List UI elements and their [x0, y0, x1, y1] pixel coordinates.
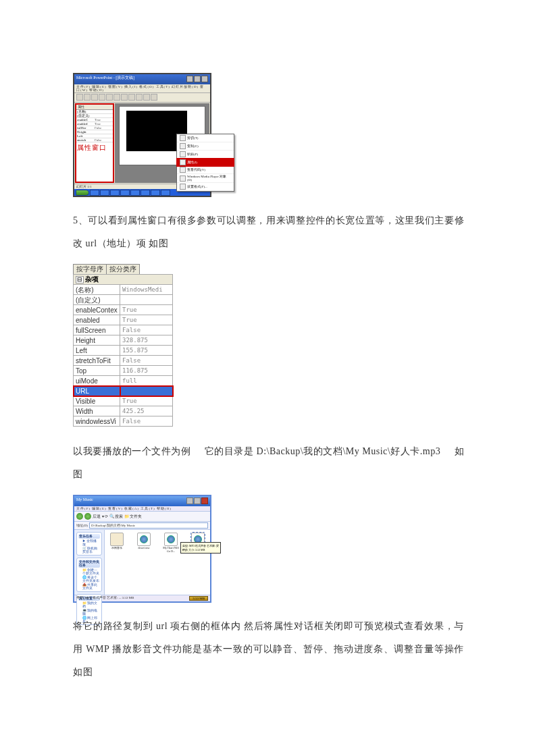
- properties-header: 属性: [76, 105, 113, 110]
- ide-canvas-area: 剪切(T)复制(C)粘贴(P)属性(I)查看代码(V)Windows Media…: [115, 103, 209, 183]
- status-size: 3.53 MB: [189, 596, 208, 601]
- addr-field: D:\Backup\我的文档\My Music: [89, 522, 208, 529]
- sidebar-item: 📤 共享此文件夹: [78, 583, 100, 590]
- taskbar-item: [90, 190, 99, 196]
- slide: 剪切(T)复制(C)粘贴(P)属性(I)查看代码(V)Windows Media…: [119, 106, 205, 165]
- propgrid-table: 杂项 (名称)WindowsMedi(自定义)enableContexTruee…: [73, 274, 173, 427]
- taskbar-item: [141, 190, 150, 196]
- para2-a: 以我要播放的一个文件为例: [73, 446, 191, 456]
- window-buttons: [186, 497, 208, 505]
- ide-menubar: 文件(F) 编辑(E) 视图(V) 插入(I) 格式(O) 工具(T) 幻灯片放…: [74, 84, 210, 93]
- ide-body: 属性 (名称)(自定义)enableCTrueenabledTruefullSc…: [74, 103, 210, 184]
- sidebar-group-head: 文件和文件夹任务: [78, 560, 100, 568]
- propgrid-row: VisibleTrue: [74, 396, 173, 406]
- para2-b: 它的目录是 D:\Backup\我的文档\My Music\好人卡.mp3: [205, 446, 440, 456]
- screenshot-propgrid: 按字母序 按分类序 杂项 (名称)WindowsMedi(自定义)enableC…: [73, 264, 173, 427]
- propgrid-row: URL: [74, 386, 173, 396]
- folder-icon: [110, 533, 124, 546]
- sidebar-item: 🌐 将这个文件夹发布: [78, 575, 100, 583]
- paragraph-1: 5、可以看到属性窗口有很多参数可以调整，用来调整控件的长宽位置等，这里我们主要修…: [73, 209, 464, 254]
- media-icon: [164, 533, 178, 546]
- taskbar-item: [110, 190, 120, 196]
- propgrid-row: uiModefull: [74, 376, 173, 386]
- ctxmenu-item: Windows Media Player 对象(O): [177, 174, 234, 183]
- ide-window: Microsoft PowerPoint - [演示文稿] 文件(F) 编辑(E…: [73, 73, 211, 197]
- taskbar-item: [120, 190, 130, 196]
- ide-titlebar: Microsoft PowerPoint - [演示文稿]: [74, 74, 210, 84]
- propgrid-row: enableContexTrue: [74, 305, 173, 315]
- paragraph-2: 以我要播放的一个文件为例 它的目录是 D:\Backup\我的文档\My Mus…: [73, 440, 464, 485]
- sidebar-group-head: 音乐任务: [78, 534, 100, 539]
- toolbar-text: 后退 ▾ ⟳ 🔍 搜索 📁 文件夹: [93, 514, 142, 518]
- explorer-addressbar: 地址(D) D:\Backup\我的文档\My Music: [74, 522, 210, 530]
- file-label: desert rose: [138, 547, 149, 550]
- tab-category: 按分类序: [106, 264, 140, 274]
- propgrid-row: enabledTrue: [74, 315, 173, 325]
- start-button: [76, 190, 89, 196]
- explorer-body: 音乐任务▶ 全部播放🛒 联机购买音乐文件和文件夹任务📁 创建一个新文件夹🌐 将这…: [74, 530, 210, 595]
- explorer-title: My Music: [76, 497, 93, 505]
- propgrid-row: Height328.875: [74, 335, 173, 346]
- properties-label: 属性窗口: [76, 142, 113, 152]
- properties-panel: 属性 (名称)(自定义)enableCTrueenabledTruefullSc…: [75, 103, 114, 183]
- file-tooltip: 类型: MP3 格式声音 艺术家: 梁静茹 大小: 3.53 MB: [180, 542, 221, 553]
- file-label: My Heart Will Go O...: [161, 547, 180, 554]
- paragraph-3: 将它的路径复制到 url 项右侧的框体内 然后将属性对话框关闭即可预览模式查看效…: [73, 615, 464, 683]
- ctxmenu-item: 设置格式(F)...: [177, 183, 234, 191]
- propgrid-row: fullScreenFalse: [74, 325, 173, 335]
- sidebar-item: 📁 创建一个新文件夹: [78, 568, 100, 575]
- ide-toolbar: [74, 93, 210, 103]
- explorer-statusbar: 类型: MP3 格式声音 艺术家: ... 3.53 MB 3.53 MB: [74, 595, 210, 601]
- propgrid-row: (名称)WindowsMedi: [74, 285, 173, 295]
- window-buttons: [186, 76, 208, 83]
- sidebar-item: 🛒 联机购买音乐: [78, 546, 100, 554]
- ctxmenu-item: 查看代码(V): [177, 166, 234, 174]
- section-label: 杂项: [74, 275, 173, 285]
- taskbar-item: [130, 190, 140, 196]
- explorer-main: 示例音乐 desert rose My Heart Will Go O... 好…: [105, 530, 210, 595]
- propgrid-row: stretchToFitFalse: [74, 356, 173, 366]
- media-icon: [137, 533, 151, 546]
- ide-title-text: Microsoft PowerPoint - [演示文稿]: [76, 76, 134, 83]
- propgrid-row: Width425.25: [74, 406, 173, 416]
- sidebar-group: 音乐任务▶ 全部播放🛒 联机购买音乐: [76, 532, 102, 556]
- taskbar-item: [161, 190, 170, 196]
- propgrid-row: windowlessViFalse: [74, 416, 173, 427]
- tab-alpha: 按字母序: [73, 264, 107, 274]
- file-icon: 示例音乐: [107, 533, 126, 554]
- explorer-menubar: 文件(F) 编辑(E) 查看(V) 收藏(A) 工具(T) 帮助(H): [74, 506, 210, 512]
- addr-label: 地址(D): [76, 524, 88, 527]
- propgrid-row: Left155.875: [74, 346, 173, 356]
- status-text: 类型: MP3 格式声音 艺术家: ... 3.53 MB: [76, 596, 134, 601]
- file-icon: My Heart Will Go O...: [161, 533, 180, 554]
- explorer-toolbar: 后退 ▾ ⟳ 🔍 搜索 📁 文件夹: [74, 512, 210, 522]
- explorer-sidebar: 音乐任务▶ 全部播放🛒 联机购买音乐文件和文件夹任务📁 创建一个新文件夹🌐 将这…: [74, 530, 105, 595]
- ctxmenu-item: 复制(C): [177, 142, 234, 151]
- context-menu: 剪切(T)复制(C)粘贴(P)属性(I)查看代码(V)Windows Media…: [176, 134, 234, 192]
- propgrid-section: 杂项: [74, 275, 173, 285]
- file-icon: desert rose: [134, 533, 153, 554]
- explorer-titlebar: My Music: [74, 496, 210, 506]
- sidebar-item: 📁 我的文档: [78, 601, 100, 608]
- back-icon: [76, 513, 83, 520]
- propgrid-tabs: 按字母序 按分类序: [73, 264, 173, 274]
- sidebar-item: ▶ 全部播放: [78, 539, 100, 546]
- taskbar-item: [100, 190, 109, 196]
- ctxmenu-item: 剪切(T): [177, 134, 234, 142]
- propgrid-row: Top116.875: [74, 366, 173, 376]
- file-label: 示例音乐: [111, 547, 122, 550]
- sidebar-group: 文件和文件夹任务📁 创建一个新文件夹🌐 将这个文件夹发布📤 共享此文件夹: [76, 558, 102, 592]
- propgrid-row: (自定义): [74, 295, 173, 305]
- taskbar-item: [151, 190, 160, 196]
- status-slide: 幻灯片 1/1: [76, 185, 92, 188]
- screenshot-explorer: My Music 文件(F) 编辑(E) 查看(V) 收藏(A) 工具(T) 帮…: [73, 495, 211, 603]
- forward-icon: [84, 513, 91, 520]
- screenshot-ide: Microsoft PowerPoint - [演示文稿] 文件(F) 编辑(E…: [73, 73, 211, 197]
